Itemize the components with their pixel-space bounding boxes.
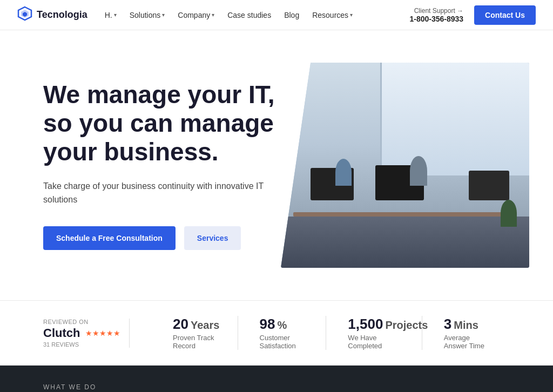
stat-item-projects: 1,500 Projects We Have Completed bbox=[326, 316, 422, 350]
nav-company-label: Company bbox=[178, 11, 210, 19]
nav-company-arrow: ▾ bbox=[212, 12, 214, 18]
navbar-right: Client Support → 1-800-356-8933 Contact … bbox=[409, 5, 536, 25]
hero-content: We manage your IT, so you can manage you… bbox=[43, 80, 281, 250]
person-1 bbox=[335, 159, 352, 186]
stat-label-response: Average Answer Time bbox=[444, 334, 488, 350]
stat-number-projects: 1,500 Projects bbox=[348, 316, 400, 333]
reviewed-on-label: REVIEWED ON bbox=[43, 319, 107, 325]
stat-number-satisfaction: 98 % bbox=[260, 316, 305, 333]
stat-number-years: 20 Years bbox=[173, 316, 216, 333]
stat-unit-mins: Mins bbox=[454, 319, 478, 332]
stat-number-projects-value: 1,500 bbox=[348, 316, 383, 333]
stat-unit-projects: Projects bbox=[385, 319, 428, 332]
hero-section: We manage your IT, so you can manage you… bbox=[0, 30, 553, 300]
nav-solutions-label: Solutions bbox=[130, 11, 161, 19]
nav-solutions-arrow: ▾ bbox=[162, 12, 165, 18]
clutch-block: REVIEWED ON Clutch ★★★★★ 31 REVIEWS bbox=[43, 319, 130, 348]
nav-links: H. ▾ Solutions ▾ Company ▾ Case studies … bbox=[105, 11, 353, 19]
stat-item-satisfaction: 98 % Customer Satisfaction bbox=[238, 316, 327, 350]
office-plant bbox=[501, 200, 517, 227]
nav-h-label: H. bbox=[105, 11, 112, 19]
clutch-logo: Clutch bbox=[43, 326, 80, 340]
nav-link-case-studies[interactable]: Case studies bbox=[227, 11, 271, 19]
hero-buttons: Schedule a Free Consultation Services bbox=[43, 226, 281, 250]
stat-number-years-value: 20 bbox=[173, 316, 188, 333]
dark-section: WHAT WE DO bbox=[0, 366, 553, 392]
nav-case-label: Case studies bbox=[227, 11, 271, 19]
support-label: Client Support → bbox=[409, 7, 463, 15]
stat-number-satisfaction-value: 98 bbox=[260, 316, 275, 333]
contact-us-button[interactable]: Contact Us bbox=[474, 5, 536, 25]
office-window bbox=[380, 63, 529, 175]
navbar-left: Tecnologia H. ▾ Solutions ▾ Company ▾ Ca… bbox=[17, 6, 353, 24]
hero-image bbox=[281, 63, 529, 268]
stat-label-satisfaction: Customer Satisfaction bbox=[260, 334, 305, 350]
office-floor bbox=[281, 217, 529, 268]
clutch-row: Clutch ★★★★★ bbox=[43, 326, 107, 340]
client-support: Client Support → 1-800-356-8933 bbox=[409, 7, 463, 23]
brand-name: Tecnologia bbox=[37, 9, 87, 21]
services-button[interactable]: Services bbox=[184, 226, 241, 250]
nav-link-blog[interactable]: Blog bbox=[284, 11, 299, 19]
hero-title: We manage your IT, so you can manage you… bbox=[43, 80, 281, 166]
office-desk bbox=[293, 212, 517, 217]
stat-label-projects: We Have Completed bbox=[348, 334, 400, 350]
stat-number-response-value: 3 bbox=[444, 316, 451, 333]
nav-resources-label: Resources bbox=[312, 11, 348, 19]
reviews-count: 31 REVIEWS bbox=[43, 341, 107, 348]
stat-unit-years: Years bbox=[191, 319, 219, 332]
nav-link-solutions[interactable]: Solutions ▾ bbox=[130, 11, 165, 19]
logo[interactable]: Tecnologia bbox=[17, 6, 87, 24]
stat-label-years: Proven Track Record bbox=[173, 334, 216, 350]
stat-unit-percent: % bbox=[277, 319, 287, 332]
nav-link-resources[interactable]: Resources ▾ bbox=[312, 11, 353, 19]
nav-blog-label: Blog bbox=[284, 11, 299, 19]
person-2 bbox=[410, 156, 427, 186]
nav-h-arrow: ▾ bbox=[114, 12, 117, 18]
schedule-consultation-button[interactable]: Schedule a Free Consultation bbox=[43, 226, 176, 250]
navbar: Tecnologia H. ▾ Solutions ▾ Company ▾ Ca… bbox=[0, 0, 553, 30]
logo-icon bbox=[17, 6, 32, 24]
stat-number-response: 3 Mins bbox=[444, 316, 488, 333]
nav-link-h[interactable]: H. ▾ bbox=[105, 11, 117, 19]
monitor-3 bbox=[469, 171, 509, 200]
nav-link-company[interactable]: Company ▾ bbox=[178, 11, 214, 19]
what-we-do-label: WHAT WE DO bbox=[43, 383, 96, 391]
support-phone[interactable]: 1-800-356-8933 bbox=[409, 15, 463, 23]
clutch-stars: ★★★★★ bbox=[85, 329, 120, 337]
stat-item-response: 3 Mins Average Answer Time bbox=[422, 316, 510, 350]
hero-office-bg bbox=[281, 63, 529, 268]
nav-resources-arrow: ▾ bbox=[350, 12, 353, 18]
stats-bar: REVIEWED ON Clutch ★★★★★ 31 REVIEWS 20 Y… bbox=[0, 300, 553, 366]
hero-subtitle: Take charge of your business continuity … bbox=[43, 179, 281, 207]
stat-item-years: 20 Years Proven Track Record bbox=[151, 316, 238, 350]
